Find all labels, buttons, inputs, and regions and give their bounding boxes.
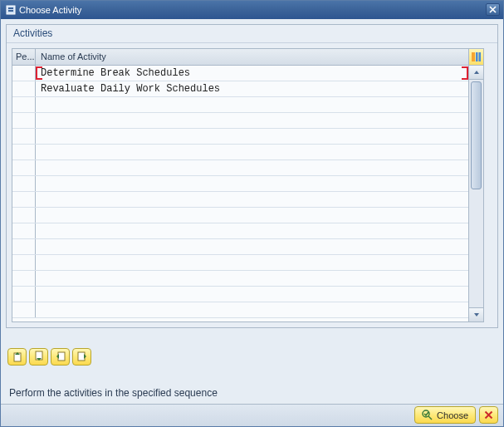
cell-pe	[12, 255, 36, 270]
close-button[interactable]	[486, 3, 500, 16]
titlebar: Choose Activity	[1, 1, 503, 19]
cell-name	[36, 145, 468, 160]
svg-rect-1	[8, 7, 13, 9]
cell-pe	[12, 271, 36, 286]
content-area: Activities Pe... Name of Activity Determ…	[1, 19, 503, 404]
scroll-track[interactable]	[469, 80, 483, 307]
toolbar-button-3[interactable]	[51, 348, 70, 366]
table-row[interactable]	[12, 287, 468, 302]
chevron-up-icon	[473, 70, 480, 75]
app-icon	[6, 5, 16, 15]
cell-pe	[12, 145, 36, 160]
cell-name	[36, 176, 468, 191]
cell-pe	[12, 113, 36, 128]
table-row[interactable]	[12, 176, 468, 192]
table-row[interactable]	[12, 271, 468, 287]
choose-button[interactable]: Choose	[414, 406, 476, 424]
table-row[interactable]	[12, 160, 468, 176]
cell-pe	[12, 66, 36, 81]
svg-line-11	[428, 416, 432, 420]
cell-pe	[12, 192, 36, 207]
column-header-name[interactable]: Name of Activity	[36, 49, 468, 65]
document-up-icon	[12, 351, 23, 362]
svg-rect-8	[58, 352, 65, 361]
grid: Pe... Name of Activity Determine Break S…	[12, 48, 484, 322]
table-row[interactable]: Determine Break Schedules	[12, 66, 468, 81]
cell-pe	[12, 239, 36, 254]
column-header-pe[interactable]: Pe...	[12, 49, 36, 65]
cell-pe	[12, 223, 36, 238]
table-row[interactable]	[12, 302, 468, 318]
toolbar-button-4[interactable]	[72, 348, 91, 366]
cell-pe	[12, 208, 36, 223]
cell-name	[36, 287, 468, 302]
cell-name	[36, 223, 468, 238]
cell-name	[36, 113, 468, 128]
cell-name	[36, 192, 468, 207]
cell-pe	[12, 176, 36, 191]
table-row[interactable]	[12, 113, 468, 129]
window-title-text: Choose Activity	[19, 5, 81, 15]
table-row[interactable]	[12, 192, 468, 208]
cell-name	[36, 160, 468, 175]
table-row[interactable]	[12, 223, 468, 239]
cell-name	[36, 271, 468, 286]
document-right-icon	[76, 351, 88, 362]
close-icon	[489, 6, 497, 13]
check-icon	[422, 410, 433, 420]
column-config-button[interactable]	[468, 49, 483, 65]
cell-name	[36, 97, 468, 112]
cell-pe	[12, 287, 36, 302]
cell-pe	[12, 129, 36, 144]
cell-name	[36, 129, 468, 144]
cell-pe	[12, 81, 36, 96]
panel-title-text: Activities	[13, 27, 52, 39]
cell-name: Revaluate Daily Work Schedules	[36, 81, 468, 96]
svg-rect-9	[78, 352, 85, 361]
cell-name	[36, 239, 468, 254]
selection-marker-left	[36, 66, 42, 80]
svg-rect-5	[479, 52, 482, 61]
table-row[interactable]	[12, 145, 468, 160]
cell-pe	[12, 97, 36, 112]
footer: Choose	[1, 404, 503, 426]
activities-table: Pe... Name of Activity Determine Break S…	[12, 48, 492, 322]
scroll-down-button[interactable]	[469, 307, 483, 321]
cancel-icon	[484, 410, 493, 420]
table-row[interactable]	[12, 255, 468, 271]
cancel-button[interactable]	[479, 406, 498, 424]
choose-button-label: Choose	[437, 410, 468, 420]
toolbar	[6, 348, 498, 366]
cell-name	[36, 208, 468, 223]
table-row[interactable]	[12, 97, 468, 113]
svg-rect-3	[472, 52, 475, 61]
panel-header: Activities	[7, 25, 497, 43]
svg-rect-2	[8, 10, 13, 12]
rows-container: Determine Break SchedulesRevaluate Daily…	[12, 66, 468, 321]
cell-name	[36, 255, 468, 270]
grid-body: Determine Break SchedulesRevaluate Daily…	[12, 66, 483, 321]
cell-pe	[12, 160, 36, 175]
grid-header: Pe... Name of Activity	[12, 49, 483, 66]
toolbar-button-2[interactable]	[29, 348, 48, 366]
table-row[interactable]	[12, 129, 468, 145]
instruction-text: Perform the activities in the specified …	[6, 387, 498, 399]
scroll-up-button[interactable]	[469, 66, 483, 80]
vertical-scrollbar[interactable]	[468, 66, 483, 321]
document-left-icon	[55, 351, 66, 362]
scroll-thumb[interactable]	[471, 81, 482, 189]
table-row[interactable]: Revaluate Daily Work Schedules	[12, 81, 468, 97]
chevron-down-icon	[473, 312, 480, 317]
table-settings-icon	[472, 52, 481, 61]
selection-marker-right	[462, 66, 468, 80]
svg-rect-4	[476, 52, 478, 61]
window-title: Choose Activity	[4, 5, 486, 15]
table-row[interactable]	[12, 239, 468, 255]
cell-name: Determine Break Schedules	[36, 66, 468, 81]
cell-pe	[12, 302, 36, 317]
cell-name	[36, 302, 468, 317]
activities-panel: Activities Pe... Name of Activity Determ…	[6, 24, 498, 328]
toolbar-button-1[interactable]	[7, 348, 27, 366]
document-down-icon	[33, 351, 45, 362]
table-row[interactable]	[12, 208, 468, 223]
